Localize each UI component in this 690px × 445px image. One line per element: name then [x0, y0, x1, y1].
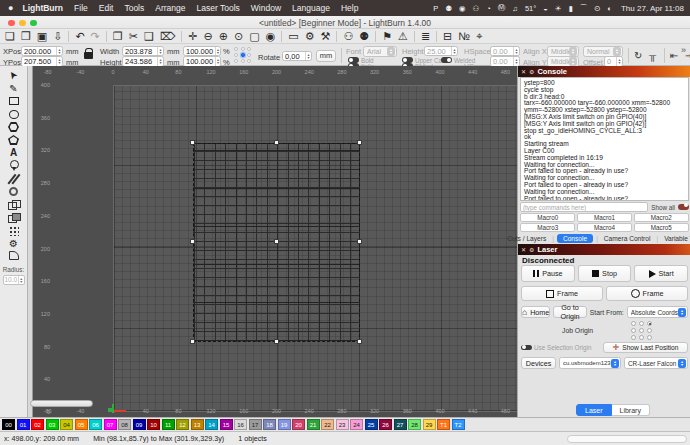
- laser-head-icon[interactable]: ╥: [649, 50, 656, 61]
- pause-button[interactable]: Pause: [521, 265, 575, 282]
- job-origin-radio[interactable]: [639, 321, 644, 326]
- boolean-tool[interactable]: [4, 211, 24, 224]
- color-swatch-09[interactable]: 09: [133, 419, 146, 430]
- color-swatch-04[interactable]: 04: [60, 419, 73, 430]
- keyboard-layout-icon[interactable]: P: [433, 4, 438, 13]
- ypos-stepper[interactable]: [56, 57, 62, 66]
- position-laser-tool[interactable]: [4, 159, 24, 172]
- menu-item-edit[interactable]: Edit: [99, 3, 114, 13]
- app-badge-icon[interactable]: ⚇: [473, 4, 480, 13]
- home-button[interactable]: ⌂Home: [521, 306, 550, 318]
- anchor-dot[interactable]: [234, 59, 238, 63]
- copy-icon[interactable]: ❐: [113, 30, 123, 43]
- selection-handle[interactable]: [190, 339, 195, 344]
- color-swatch-11[interactable]: 11: [162, 419, 175, 430]
- apple-menu-icon[interactable]: ●: [8, 3, 13, 13]
- rotate-field[interactable]: 0,00: [282, 51, 312, 62]
- start-button[interactable]: Start: [634, 265, 688, 282]
- save-file-icon[interactable]: ▣: [37, 30, 47, 43]
- m-app-icon[interactable]: Ⓜ: [498, 3, 506, 13]
- lock-aspect-icon[interactable]: [84, 52, 93, 59]
- height-stepper[interactable]: [157, 57, 163, 66]
- cut-icon[interactable]: ✂: [129, 30, 138, 43]
- color-swatch-06[interactable]: 06: [89, 419, 102, 430]
- color-swatch-12[interactable]: 12: [176, 419, 189, 430]
- menu-item-laser-tools[interactable]: Laser Tools: [197, 3, 240, 13]
- scale-x-field[interactable]: 100.000: [183, 46, 221, 57]
- humidity-icon[interactable]: ◒: [543, 4, 548, 13]
- array-tool[interactable]: [4, 224, 24, 237]
- design-canvas[interactable]: -80-400408012016020024028032036040044048…: [28, 66, 517, 417]
- job-origin-radio[interactable]: [631, 321, 636, 326]
- console-command-input[interactable]: [520, 202, 648, 212]
- show-all-toggle[interactable]: [678, 204, 689, 210]
- draw-lines-tool[interactable]: ✎: [4, 82, 24, 95]
- color-swatch-23[interactable]: 23: [336, 419, 349, 430]
- frame-circle-button[interactable]: Frame: [606, 286, 688, 301]
- macro-button-macro3[interactable]: Macro3: [520, 223, 575, 232]
- shape-tool[interactable]: [4, 133, 24, 146]
- color-swatch-19[interactable]: 19: [278, 419, 291, 430]
- tab-variable-text[interactable]: Variable Text: [661, 234, 690, 243]
- search-icon[interactable]: ⊙: [594, 4, 600, 13]
- align-x-dropdown[interactable]: Middle: [547, 46, 579, 57]
- clock-app-icon[interactable]: ◔: [486, 4, 491, 13]
- color-swatch-17[interactable]: 17: [249, 419, 262, 430]
- color-swatch-07[interactable]: 07: [104, 419, 117, 430]
- open-file-icon[interactable]: ❒: [21, 30, 31, 43]
- user-status-icon[interactable]: ⚉: [445, 4, 452, 13]
- zoom-out-icon[interactable]: ⊖: [204, 30, 213, 43]
- scale-x-stepper[interactable]: [215, 47, 220, 56]
- offset-shapes-tool[interactable]: [4, 185, 24, 198]
- rotate-stepper[interactable]: [305, 52, 311, 61]
- color-swatch-13[interactable]: 13: [191, 419, 204, 430]
- go-to-origin-button[interactable]: Go to Origin: [553, 306, 586, 318]
- hspace-field[interactable]: 0.00: [490, 46, 520, 57]
- job-origin-radio[interactable]: [631, 328, 636, 333]
- color-swatch-25[interactable]: 25: [365, 419, 378, 430]
- selection-handle[interactable]: [357, 239, 362, 244]
- position-cursor-icon[interactable]: ⌖: [476, 30, 482, 43]
- anchor-dot[interactable]: [241, 47, 245, 51]
- radius-stepper[interactable]: [18, 276, 23, 284]
- color-swatch-27[interactable]: 27: [394, 419, 407, 430]
- import-icon[interactable]: ⇩: [53, 30, 62, 43]
- stop-button[interactable]: Stop: [578, 265, 632, 282]
- anchor-dot[interactable]: [247, 53, 251, 57]
- menu-item-file[interactable]: File: [74, 3, 88, 13]
- color-swatch-26[interactable]: 26: [379, 419, 392, 430]
- frame-square-button[interactable]: Frame: [521, 286, 603, 301]
- color-swatch-t2[interactable]: T2: [452, 419, 465, 430]
- user-icon[interactable]: ⚉: [359, 30, 369, 43]
- screenshot-icon[interactable]: ◉: [266, 30, 276, 43]
- selection-handle[interactable]: [274, 339, 279, 344]
- battery-icon[interactable]: ▮: [569, 4, 573, 13]
- color-swatch-29[interactable]: 29: [423, 419, 436, 430]
- tab-laser[interactable]: Laser: [576, 404, 612, 416]
- macro-button-macro0[interactable]: Macro0: [520, 213, 575, 222]
- start-from-dropdown[interactable]: Absolute Coords: [627, 306, 688, 318]
- selection-handle[interactable]: [190, 140, 195, 145]
- multi-user-icon[interactable]: ⚇: [343, 30, 353, 43]
- record-icon[interactable]: ◉: [459, 4, 466, 13]
- text-height-stepper[interactable]: [451, 47, 457, 56]
- color-swatch-03[interactable]: 03: [46, 419, 59, 430]
- console-output[interactable]: ystep=800cycle stopb dir:3 head:0tarx=-6…: [520, 77, 689, 201]
- select-tool[interactable]: ➤: [4, 69, 24, 82]
- vspace-field[interactable]: 0.00: [490, 56, 520, 67]
- anchor-point-selector[interactable]: [234, 47, 254, 65]
- offset-stepper[interactable]: [616, 57, 622, 66]
- warning-icon[interactable]: ⚠: [398, 30, 408, 43]
- job-origin-selector[interactable]: [631, 321, 655, 342]
- job-origin-radio[interactable]: [631, 335, 636, 340]
- color-swatch-05[interactable]: 05: [75, 419, 88, 430]
- color-swatch-01[interactable]: 01: [17, 419, 30, 430]
- job-origin-radio[interactable]: [639, 328, 644, 333]
- brightness-icon[interactable]: ☀: [555, 4, 562, 13]
- console-panel-header[interactable]: ✕ ⚙ Console: [518, 66, 690, 77]
- width-field[interactable]: 203.878: [122, 46, 164, 57]
- tab-cuts-layers[interactable]: Cuts / Layers: [504, 234, 549, 243]
- port-dropdown[interactable]: cu.usbmodem12345: [559, 357, 621, 369]
- canvas-horizontal-scrollbar[interactable]: [30, 400, 93, 407]
- menu-item-arrange[interactable]: Arrange: [155, 3, 185, 13]
